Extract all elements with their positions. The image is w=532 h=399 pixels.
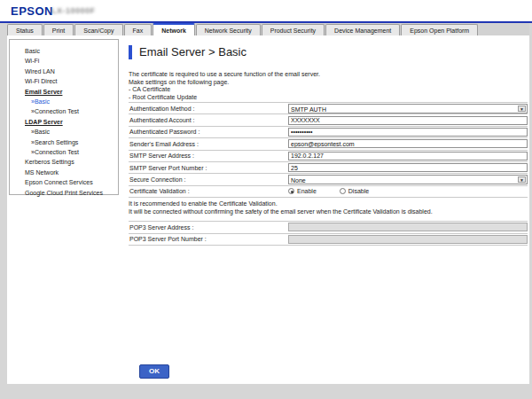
tab-network-security[interactable]: Network Security xyxy=(196,24,261,35)
sidebar-item-wifi[interactable]: Wi-Fi xyxy=(10,56,118,66)
field-label: SMTP Server Port Number : xyxy=(129,165,288,171)
sidebar-item-ldap-connection-test[interactable]: »Connection Test xyxy=(10,147,118,157)
epson-logo: EPSON xyxy=(11,4,53,18)
form-row-authenticated-password: Authenticated Password : xyxy=(129,126,528,137)
form-row-pop3-server-address: POP3 Server Address : xyxy=(129,221,528,232)
field-label: Certificate Validation : xyxy=(129,188,288,194)
email-server-form: Authentication Method : SMTP AUTH ▼ Auth… xyxy=(129,102,528,198)
tab-device-management[interactable]: Device Management xyxy=(325,24,400,35)
form-row-smtp-server-port-number: SMTP Server Port Number : xyxy=(129,161,528,173)
radio-enable-icon[interactable] xyxy=(288,188,294,194)
pop3-server-port-number-input xyxy=(288,235,528,244)
certificate-validation-radio-group: Enable Disable xyxy=(288,188,369,194)
sidebar-item-epson-connect-services[interactable]: Epson Connect Services xyxy=(10,177,118,187)
form-row-smtp-server-address: SMTP Server Address : xyxy=(129,150,528,161)
authenticated-account-input[interactable] xyxy=(288,116,528,125)
tab-print[interactable]: Print xyxy=(43,24,74,35)
field-label: Authenticated Password : xyxy=(129,129,288,135)
sidebar-item-ms-network[interactable]: MS Network xyxy=(10,168,118,177)
sidebar-item-ldap-basic[interactable]: »Basic xyxy=(10,127,118,137)
chevron-down-icon[interactable]: ▼ xyxy=(518,106,526,112)
sidebar-section-email-server[interactable]: Email Server xyxy=(10,87,118,97)
secure-connection-select[interactable]: None ▼ xyxy=(288,175,528,184)
tab-fax[interactable]: Fax xyxy=(124,24,153,35)
sidebar-item-email-server-basic[interactable]: »Basic xyxy=(10,97,118,106)
tab-bar: Status Print Scan/Copy Fax Network Netwo… xyxy=(0,23,532,35)
tab-scan-copy[interactable]: Scan/Copy xyxy=(74,24,122,35)
sidebar-nav: Basic Wi-Fi Wired LAN Wi-Fi Direct Email… xyxy=(9,39,119,195)
title-accent-bar xyxy=(129,45,132,59)
page-description: The certificate is required to use a sec… xyxy=(129,71,528,102)
description-line: Make settings on the following page. xyxy=(129,79,528,87)
header: EPSON LX-10000F xyxy=(0,0,532,21)
field-label: Authenticated Account : xyxy=(129,117,288,123)
main-content: Email Server > Basic The certificate is … xyxy=(129,39,528,246)
description-line: - CA Certificate xyxy=(129,86,528,94)
selected-value: SMTP AUTH xyxy=(291,106,326,113)
page-title: Email Server > Basic xyxy=(139,45,246,59)
sidebar-item-email-server-connection-test[interactable]: »Connection Test xyxy=(10,106,118,116)
left-page-margin xyxy=(0,23,7,399)
note-line: It is recommended to enable the Certific… xyxy=(129,200,528,208)
radio-label: Disable xyxy=(348,188,369,194)
field-label: Authentication Method : xyxy=(129,106,288,112)
description-line: The certificate is required to use a sec… xyxy=(129,71,528,79)
pop3-server-address-input xyxy=(288,223,528,231)
certificate-validation-note: It is recommended to enable the Certific… xyxy=(129,200,528,215)
sidebar-item-google-cloud-print-services[interactable]: Google Cloud Print Services xyxy=(10,188,118,198)
form-row-certificate-validation: Certificate Validation : Enable Disable xyxy=(129,185,528,197)
form-row-authentication-method: Authentication Method : SMTP AUTH ▼ xyxy=(129,102,528,113)
radio-option-enable[interactable]: Enable xyxy=(288,188,317,194)
printer-model-label: LX-10000F xyxy=(51,6,96,15)
sidebar-item-kerberos-settings[interactable]: Kerberos Settings xyxy=(10,157,118,167)
sidebar-item-wired-lan[interactable]: Wired LAN xyxy=(10,66,118,76)
field-label: Secure Connection : xyxy=(129,176,288,183)
authenticated-password-input[interactable] xyxy=(288,128,528,137)
epson-web-config-page: EPSON LX-10000F Status Print Scan/Copy F… xyxy=(0,0,532,399)
form-row-senders-email-address: Sender's Email Address : xyxy=(129,137,528,149)
radio-label: Enable xyxy=(297,188,317,194)
tab-epson-open-platform[interactable]: Epson Open Platform xyxy=(401,24,478,35)
selected-value: None xyxy=(291,177,306,184)
bottom-page-margin xyxy=(0,384,532,399)
sidebar-item-ldap-search-settings[interactable]: »Search Settings xyxy=(10,137,118,147)
sidebar-item-basic[interactable]: Basic xyxy=(10,46,118,56)
tab-status[interactable]: Status xyxy=(7,24,43,35)
radio-option-disable[interactable]: Disable xyxy=(340,188,369,194)
field-label: POP3 Server Port Number : xyxy=(129,236,288,242)
description-line: - Root Certificate Update xyxy=(129,94,528,102)
tab-network[interactable]: Network xyxy=(153,23,195,35)
tab-product-security[interactable]: Product Security xyxy=(262,24,325,35)
form-row-pop3-server-port-number: POP3 Server Port Number : xyxy=(129,233,528,245)
authentication-method-select[interactable]: SMTP AUTH ▼ xyxy=(288,104,528,113)
chevron-down-icon[interactable]: ▼ xyxy=(518,176,526,183)
form-row-authenticated-account: Authenticated Account : xyxy=(129,113,528,125)
field-label: Sender's Email Address : xyxy=(129,141,288,147)
senders-email-address-input[interactable] xyxy=(288,139,528,148)
ok-button[interactable]: OK xyxy=(139,364,169,379)
form-row-secure-connection: Secure Connection : None ▼ xyxy=(129,173,528,184)
radio-disable-icon[interactable] xyxy=(340,188,346,194)
sidebar-item-wifi-direct[interactable]: Wi-Fi Direct xyxy=(10,76,118,86)
sidebar-section-ldap-server[interactable]: LDAP Server xyxy=(10,117,118,127)
note-line: It will be connected without confirming … xyxy=(129,208,528,216)
smtp-server-port-number-input[interactable] xyxy=(288,163,528,172)
field-label: POP3 Server Address : xyxy=(129,224,288,231)
smtp-server-address-input[interactable] xyxy=(288,152,528,160)
field-label: SMTP Server Address : xyxy=(129,153,288,159)
pop3-form: POP3 Server Address : POP3 Server Port N… xyxy=(129,221,528,246)
page-title-box: Email Server > Basic xyxy=(129,44,528,59)
